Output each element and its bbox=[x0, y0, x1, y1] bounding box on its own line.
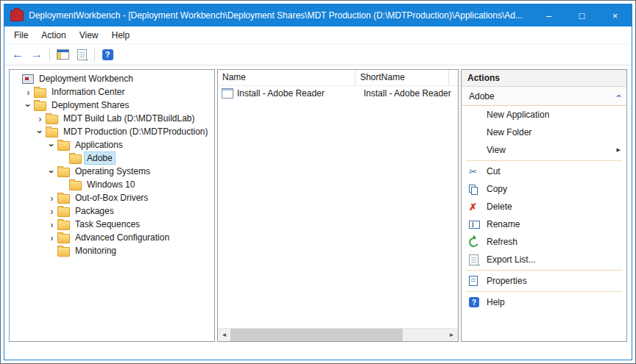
chevron-right-icon[interactable]: › bbox=[24, 88, 33, 97]
refresh-icon bbox=[467, 236, 480, 249]
tree-item-advanced-configuration[interactable]: › Advanced Configuration bbox=[10, 231, 214, 244]
chevron-down-icon[interactable]: › bbox=[47, 167, 57, 176]
toolbar: ← → ? bbox=[4, 43, 632, 65]
actions-separator bbox=[466, 160, 622, 161]
tree-item-label: Out-of-Box Drivers bbox=[73, 192, 150, 204]
console-tree-icon bbox=[57, 49, 69, 60]
menu-help[interactable]: Help bbox=[105, 28, 137, 43]
actions-group-header[interactable]: Adobe › bbox=[462, 87, 626, 106]
tree-item-applications[interactable]: › Applications bbox=[10, 138, 214, 151]
tree-item-out-of-box-drivers[interactable]: › Out-of-Box Drivers bbox=[10, 191, 214, 204]
action-label: Help bbox=[487, 297, 621, 307]
action-item-export-list[interactable]: Export List... bbox=[462, 251, 626, 268]
cut-icon: ✂ bbox=[469, 167, 477, 176]
menu-file[interactable]: File bbox=[7, 28, 35, 43]
chevron-right-icon[interactable]: › bbox=[47, 207, 57, 216]
action-item-refresh[interactable]: Refresh bbox=[462, 233, 626, 251]
back-button[interactable]: ← bbox=[9, 46, 26, 63]
minimize-button[interactable]: – bbox=[532, 4, 565, 26]
action-item-rename[interactable]: Rename bbox=[462, 215, 626, 233]
list-item-name-text: Install - Adobe Reader bbox=[237, 88, 325, 99]
actions-pane-title: Actions bbox=[462, 70, 626, 87]
folder-icon bbox=[57, 168, 70, 177]
help-toolbar-button[interactable]: ? bbox=[99, 46, 116, 63]
folder-icon bbox=[69, 181, 82, 190]
action-label: Cut bbox=[487, 166, 621, 176]
application-icon bbox=[222, 88, 233, 99]
export-list-icon bbox=[469, 254, 478, 265]
chevron-right-icon[interactable]: › bbox=[47, 233, 57, 243]
menu-action[interactable]: Action bbox=[35, 28, 72, 43]
column-header-filler bbox=[449, 70, 458, 85]
action-item-help[interactable]: ? Help bbox=[462, 293, 626, 311]
tree-item-label: Applications bbox=[73, 139, 125, 151]
tree-item-adobe[interactable]: Adobe bbox=[10, 151, 214, 165]
show-console-tree-button[interactable] bbox=[54, 46, 71, 63]
folder-icon bbox=[34, 101, 46, 111]
menu-view[interactable]: View bbox=[73, 28, 105, 43]
list-item-install-adobe-reader[interactable]: Install - Adobe Reader Install - Adobe R… bbox=[218, 86, 458, 101]
column-header-shortname[interactable]: ShortName bbox=[356, 70, 449, 85]
action-item-copy[interactable]: Copy bbox=[462, 180, 626, 198]
export-list-toolbar-button[interactable] bbox=[73, 46, 91, 63]
action-label: Rename bbox=[487, 219, 621, 229]
folder-icon bbox=[57, 194, 70, 204]
shared-folder-icon bbox=[46, 128, 58, 138]
tree-item-deployment-shares[interactable]: › Deployment Shares bbox=[10, 99, 214, 112]
toolbar-separator bbox=[49, 48, 50, 61]
action-label: Properties bbox=[487, 276, 621, 286]
app-window: DeploymentWorkbench - [Deployment Workbe… bbox=[4, 4, 632, 360]
tree-item-label: Windows 10 bbox=[85, 179, 137, 190]
chevron-down-icon[interactable]: › bbox=[35, 127, 45, 137]
action-item-new-application[interactable]: New Application bbox=[462, 106, 626, 124]
rename-icon bbox=[469, 221, 480, 229]
tree-item-task-sequences[interactable]: › Task Sequences bbox=[10, 218, 214, 231]
tree-item-windows-10[interactable]: Windows 10 bbox=[10, 178, 214, 191]
tree-item-packages[interactable]: › Packages bbox=[10, 204, 214, 218]
properties-icon bbox=[469, 276, 478, 286]
close-button[interactable]: × bbox=[598, 4, 632, 26]
tree-item-mdt-production[interactable]: › MDT Production (D:\MDTProduction) bbox=[10, 125, 214, 138]
tree-item-label: Operating Systems bbox=[73, 165, 152, 177]
collapse-group-icon[interactable]: › bbox=[612, 94, 623, 97]
chevron-down-icon[interactable]: › bbox=[24, 101, 33, 110]
tree-item-operating-systems[interactable]: › Operating Systems bbox=[10, 165, 214, 178]
tree-item-label: MDT Build Lab (D:\MDTBuildLab) bbox=[61, 113, 197, 124]
folder-icon bbox=[57, 234, 70, 243]
action-item-delete[interactable]: ✗ Delete bbox=[462, 198, 626, 215]
scrollbar-thumb[interactable] bbox=[230, 329, 403, 341]
console-tree-pane: Deployment Workbench › Information Cente… bbox=[9, 69, 215, 342]
action-label: New Folder bbox=[487, 127, 621, 138]
list-cell-name: Install - Adobe Reader bbox=[218, 88, 359, 99]
horizontal-scrollbar[interactable]: ◄ ► bbox=[218, 328, 458, 341]
actions-separator bbox=[466, 291, 622, 292]
app-icon bbox=[10, 10, 24, 21]
action-item-cut[interactable]: ✂ Cut bbox=[462, 163, 626, 180]
chevron-right-icon[interactable]: › bbox=[47, 193, 57, 203]
tree-item-monitoring[interactable]: Monitoring bbox=[10, 244, 214, 257]
maximize-button[interactable]: □ bbox=[565, 4, 598, 26]
submenu-arrow-icon: ▶ bbox=[617, 147, 621, 153]
action-item-view[interactable]: View ▶ bbox=[462, 141, 626, 159]
scroll-right-button[interactable]: ► bbox=[445, 329, 458, 341]
chevron-down-icon[interactable]: › bbox=[47, 140, 57, 150]
tree-item-label: Task Sequences bbox=[73, 218, 142, 230]
chevron-right-icon[interactable]: › bbox=[35, 114, 45, 124]
action-item-new-folder[interactable]: New Folder bbox=[462, 124, 626, 141]
tree-item-label: Advanced Configuration bbox=[73, 232, 172, 243]
chevron-right-icon[interactable]: › bbox=[47, 220, 57, 229]
action-label: Delete bbox=[487, 201, 621, 212]
column-header-name[interactable]: Name bbox=[218, 70, 356, 85]
tree-item-deployment-workbench[interactable]: Deployment Workbench bbox=[10, 72, 214, 85]
action-item-properties[interactable]: Properties bbox=[462, 272, 626, 290]
tree-item-information-center[interactable]: › Information Center bbox=[10, 85, 214, 99]
scroll-left-button[interactable]: ◄ bbox=[218, 329, 230, 341]
tree-item-label: Monitoring bbox=[73, 245, 119, 257]
results-pane: Name ShortName Install - Adobe Reader In… bbox=[217, 69, 459, 342]
help-icon: ? bbox=[469, 297, 479, 307]
forward-arrow-icon: → bbox=[31, 49, 43, 60]
forward-button[interactable]: → bbox=[28, 46, 46, 63]
scrollbar-track[interactable] bbox=[230, 329, 445, 341]
tree-item-mdt-build-lab[interactable]: › MDT Build Lab (D:\MDTBuildLab) bbox=[10, 112, 214, 125]
list-cell-shortname: Install - Adobe Reader bbox=[359, 88, 455, 99]
